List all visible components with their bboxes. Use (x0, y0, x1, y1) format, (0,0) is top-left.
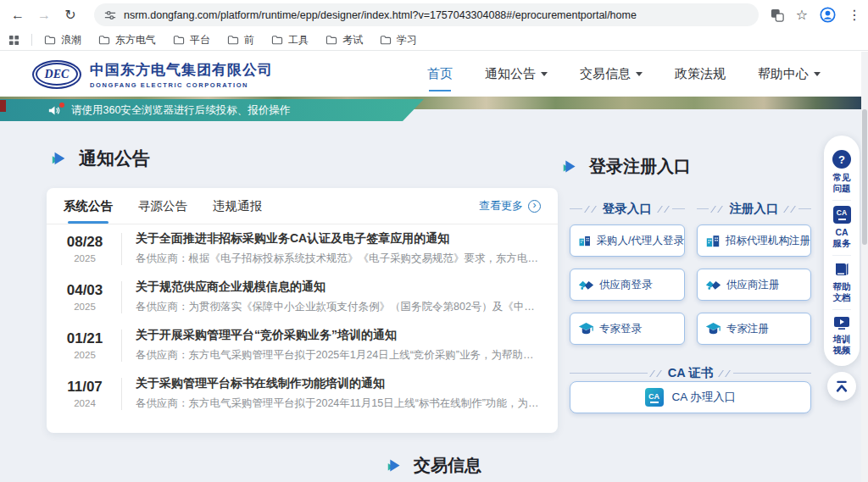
dec-logo-icon: DEC (32, 60, 81, 89)
bookmark-star-icon[interactable]: ☆ (796, 7, 808, 23)
nav-policies[interactable]: 政策法规 (675, 66, 726, 82)
chevron-down-icon (636, 72, 643, 76)
expert-register-button[interactable]: 专家注册 (697, 313, 811, 345)
shortcut-label: 培训视频 (832, 334, 852, 356)
notice-date-md: 01/21 (62, 330, 108, 347)
back-icon[interactable]: ← (7, 4, 29, 26)
ca-apply-button[interactable]: CA CA 办理入口 (570, 381, 811, 413)
speaker-icon (48, 105, 61, 116)
company-logo[interactable]: DEC 中国东方电气集团有限公司 DONGFANG ELECTRIC CORPO… (32, 60, 273, 89)
transactions-section: 交易信息 (0, 454, 868, 477)
register-divider-label: 注册入口 (729, 201, 778, 217)
buyer-agent-login-button[interactable]: 采购人/代理人登录 (570, 224, 685, 257)
video-icon (833, 315, 850, 330)
bookmark-label: 考试 (342, 33, 363, 47)
back-to-top-button[interactable] (827, 372, 856, 401)
photo-edge-accent (0, 100, 6, 112)
notice-date-year: 2025 (62, 350, 108, 360)
faq-shortcut[interactable]: ? 常见问题 (832, 145, 852, 200)
gradcap-icon (705, 322, 721, 335)
training-videos-shortcut[interactable]: 培训视频 (832, 310, 852, 362)
ca-divider-label: CA 证书 (668, 365, 713, 381)
bookmark-folder[interactable]: 平台 (173, 33, 210, 47)
page-scrollbar[interactable] (861, 52, 868, 482)
url-bar[interactable]: nsrm.dongfang.com/platform/runtime/epp/d… (94, 3, 759, 26)
document-icon (833, 261, 850, 278)
bookmark-label: 东方电气 (115, 33, 156, 47)
reload-icon[interactable]: ↻ (59, 4, 81, 26)
tab-violation-reports[interactable]: 违规通报 (213, 188, 262, 224)
site-info-icon[interactable] (104, 9, 116, 21)
view-more-link[interactable]: 查看更多 › (479, 198, 541, 213)
transactions-heading: 交易信息 (387, 454, 481, 477)
supplier-login-button[interactable]: 供应商登录 (570, 269, 685, 301)
apps-grid-icon[interactable] (8, 35, 19, 46)
bookmark-folder[interactable]: 前 (227, 33, 254, 47)
translate-icon[interactable] (771, 8, 784, 22)
notices-tab-row: 系统公告 寻源公告 违规通报 查看更多 › (47, 188, 558, 224)
nav-label: 首页 (427, 66, 453, 82)
bookmarks-bar: 浪潮 东方电气 平台 前 工具 考试 学习 (0, 30, 868, 51)
notice-date: 11/07 2024 (62, 379, 108, 408)
notice-date-md: 08/28 (62, 234, 108, 251)
section-title: 登录注册入口 (589, 155, 691, 178)
bidding-agency-register-button[interactable]: 招标代理机构注册 (697, 224, 811, 257)
scrollbar-thumb[interactable] (862, 109, 867, 245)
forward-icon[interactable]: → (33, 4, 55, 26)
notice-list-item[interactable]: 08/28 2025 关于全面推进非招标采购业务CA认证及电子签章应用的通知 各… (47, 224, 558, 273)
section-title: 交易信息 (414, 454, 481, 477)
menu-kebab-icon[interactable]: ⋮ (848, 7, 861, 23)
notice-list-item[interactable]: 04/03 2025 关于规范供应商企业规模信息的通知 各供应商：为贯彻落实《保… (47, 273, 558, 321)
chevron-down-icon (541, 72, 548, 76)
ca-service-shortcut[interactable]: CA CA 服务 (832, 201, 852, 255)
floating-toolbar: ? 常见问题 CA CA 服务 帮助文档 培训视频 (824, 136, 860, 366)
notice-summary: 各供应商：东方电气采购管理平台拟于2025年1月24日上线“竞价采购”业务，为帮… (136, 348, 541, 363)
bookmark-folder[interactable]: 浪潮 (44, 33, 81, 47)
chevron-right-icon: › (528, 200, 541, 213)
notices-card: 系统公告 寻源公告 违规通报 查看更多 › 08/28 2025 关于全面推进非… (47, 188, 558, 433)
tab-system-notices[interactable]: 系统公告 (64, 188, 113, 224)
notice-title: 关于采购管理平台标书在线制作功能培训的通知 (136, 376, 541, 391)
supplier-register-button[interactable]: 供应商注册 (697, 269, 811, 301)
logo-abbr: DEC (36, 63, 78, 86)
main-nav: 首页 通知公告 交易信息 政策法规 帮助中心 (427, 52, 821, 97)
bookmark-label: 前 (244, 33, 254, 47)
building-icon (705, 233, 721, 248)
nav-notices[interactable]: 通知公告 (485, 66, 548, 82)
divider (121, 330, 122, 362)
notice-title: 关于开展采购管理平台“竞价采购业务”培训的通知 (136, 328, 541, 343)
login-divider: 登录入口 (570, 201, 685, 217)
handshake-icon (705, 279, 721, 291)
bookmark-folder[interactable]: 学习 (380, 33, 417, 47)
shortcut-label: 常见问题 (832, 172, 852, 194)
section-arrow-icon (51, 150, 68, 167)
site-header: DEC 中国东方电气集团有限公司 DONGFANG ELECTRIC CORPO… (0, 52, 868, 97)
notice-summary: 各供应商：根据《电子招标投标系统技术规范》《电子采购交易规范》要求，东方电气采购… (136, 252, 541, 266)
expert-login-button[interactable]: 专家登录 (570, 313, 685, 345)
help-docs-shortcut[interactable]: 帮助文档 (832, 256, 852, 309)
bookmark-folder[interactable]: 工具 (271, 33, 309, 47)
building-icon (578, 233, 592, 248)
divider (121, 281, 122, 313)
nav-help-center[interactable]: 帮助中心 (758, 66, 821, 82)
nav-home[interactable]: 首页 (427, 66, 453, 82)
notice-date-year: 2025 (62, 302, 108, 312)
bookmark-folder[interactable]: 考试 (326, 33, 363, 47)
section-title: 通知公告 (79, 147, 150, 170)
shortcut-label: CA 服务 (832, 227, 852, 249)
notice-list-item[interactable]: 11/07 2024 关于采购管理平台标书在线制作功能培训的通知 各供应商：东方… (47, 369, 558, 418)
profile-avatar-icon[interactable] (820, 7, 836, 23)
notice-date-year: 2025 (62, 253, 108, 263)
notice-date-md: 11/07 (62, 379, 108, 396)
bookmark-label: 工具 (288, 33, 309, 47)
nav-label: 帮助中心 (758, 66, 809, 82)
nav-label: 交易信息 (580, 66, 631, 82)
shortcut-label: 帮助文档 (832, 281, 852, 303)
tab-sourcing-notices[interactable]: 寻源公告 (138, 188, 187, 224)
notice-list-item[interactable]: 01/21 2025 关于开展采购管理平台“竞价采购业务”培训的通知 各供应商：… (47, 321, 558, 369)
notice-date: 04/03 2025 (62, 282, 108, 312)
bookmark-folder[interactable]: 东方电气 (98, 33, 156, 47)
browser-toolbar: ← → ↻ nsrm.dongfang.com/platform/runtime… (0, 0, 868, 30)
entry-dividers: 登录入口 注册入口 (570, 201, 811, 217)
nav-trade-info[interactable]: 交易信息 (580, 66, 643, 82)
